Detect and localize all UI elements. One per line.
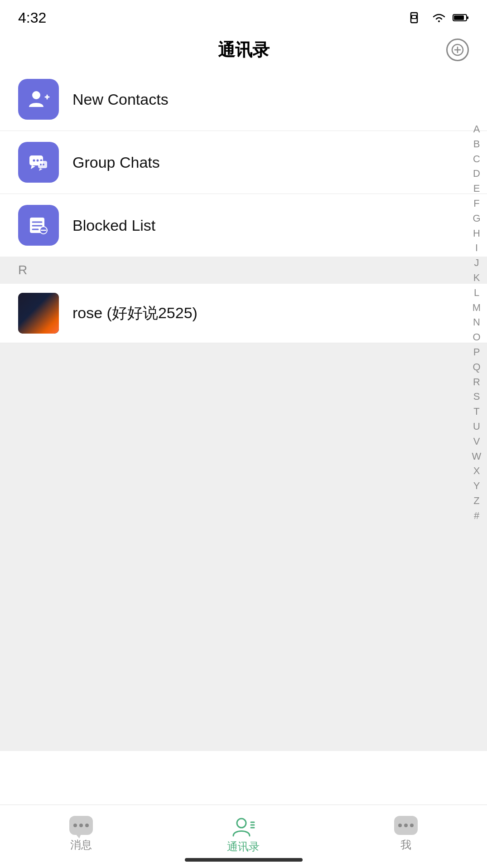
home-indicator xyxy=(185,858,303,862)
dot2 xyxy=(79,824,83,827)
alpha-S[interactable]: S xyxy=(470,390,483,404)
alpha-X[interactable]: X xyxy=(470,464,483,478)
alpha-D[interactable]: D xyxy=(470,167,483,181)
group-chats-label: Group Chats xyxy=(72,154,160,171)
svg-rect-4 xyxy=(467,16,468,19)
new-contacts-icon-wrapper xyxy=(18,79,59,120)
status-icons xyxy=(410,11,469,24)
alpha-C[interactable]: C xyxy=(470,152,483,166)
menu-list: New Contacts Group Chats xyxy=(0,68,487,257)
nav-item-contacts[interactable]: 通讯录 xyxy=(162,812,324,854)
section-header-r: R xyxy=(0,257,487,284)
contacts-label: 通讯录 xyxy=(227,839,260,854)
me-label: 我 xyxy=(400,838,411,852)
alpha-U[interactable]: U xyxy=(470,420,483,434)
alpha-M[interactable]: M xyxy=(470,301,483,315)
alpha-K[interactable]: K xyxy=(470,271,483,285)
alpha-Z[interactable]: Z xyxy=(470,494,483,508)
alpha-F[interactable]: F xyxy=(470,197,483,211)
me-icon xyxy=(394,816,418,835)
menu-item-blocked-list[interactable]: Blocked List xyxy=(0,194,487,257)
me-dot3 xyxy=(410,824,414,827)
alpha-W[interactable]: W xyxy=(470,450,483,464)
contact-name-rose: rose (好好说2525) xyxy=(72,303,198,324)
alphabet-index: A B C D E F G H I J K L M N O P Q R S T … xyxy=(470,122,483,523)
svg-point-16 xyxy=(40,164,42,165)
me-dot1 xyxy=(398,824,402,827)
alpha-G[interactable]: G xyxy=(470,212,483,226)
menu-item-group-chats[interactable]: Group Chats xyxy=(0,131,487,194)
page-title: 通讯录 xyxy=(218,39,270,62)
alpha-hash[interactable]: # xyxy=(470,509,483,523)
new-contacts-label: New Contacts xyxy=(72,91,169,108)
alpha-E[interactable]: E xyxy=(470,182,483,196)
group-chats-icon xyxy=(27,151,50,174)
header: 通讯录 xyxy=(0,32,487,68)
contact-item-rose[interactable]: rose (好好说2525) xyxy=(0,284,487,343)
svg-point-8 xyxy=(32,91,40,99)
contact-avatar-rose xyxy=(18,293,59,334)
wifi-icon xyxy=(431,11,447,24)
add-contact-button[interactable] xyxy=(446,39,469,61)
alpha-T[interactable]: T xyxy=(470,405,483,419)
dot1 xyxy=(73,824,77,827)
alpha-B[interactable]: B xyxy=(470,137,483,151)
svg-rect-1 xyxy=(412,15,416,19)
chat-dots xyxy=(73,824,89,827)
alpha-L[interactable]: L xyxy=(470,286,483,300)
alpha-V[interactable]: V xyxy=(470,435,483,449)
messages-label: 消息 xyxy=(70,838,92,852)
alpha-R[interactable]: R xyxy=(470,375,483,389)
status-bar: 4:32 xyxy=(0,0,487,32)
alpha-O[interactable]: O xyxy=(470,330,483,344)
svg-point-12 xyxy=(33,160,35,162)
empty-area xyxy=(0,343,487,751)
person-add-icon xyxy=(27,88,50,111)
alpha-I[interactable]: I xyxy=(470,241,483,255)
battery-icon xyxy=(453,13,469,22)
status-time: 4:32 xyxy=(18,10,46,26)
blocked-list-icon-wrapper xyxy=(18,205,59,246)
menu-item-new-contacts[interactable]: New Contacts xyxy=(0,68,487,131)
me-chat-dots xyxy=(398,824,414,827)
svg-point-13 xyxy=(37,160,39,162)
alpha-N[interactable]: N xyxy=(470,315,483,330)
me-dot2 xyxy=(404,824,408,827)
blocked-list-label: Blocked List xyxy=(72,217,155,234)
svg-point-17 xyxy=(43,164,44,165)
group-chats-icon-wrapper xyxy=(18,142,59,183)
avatar-image xyxy=(18,293,59,334)
svg-point-24 xyxy=(237,819,246,828)
alpha-A[interactable]: A xyxy=(470,122,483,136)
svg-rect-3 xyxy=(454,15,464,20)
contacts-icon xyxy=(231,816,255,837)
blocked-list-icon xyxy=(27,214,50,237)
alpha-H[interactable]: H xyxy=(470,227,483,241)
nav-item-messages[interactable]: 消息 xyxy=(0,812,162,852)
section-letter-r: R xyxy=(18,263,27,277)
messages-icon xyxy=(69,816,93,835)
dot3 xyxy=(85,824,89,827)
nav-item-me[interactable]: 我 xyxy=(325,812,487,852)
alpha-P[interactable]: P xyxy=(470,345,483,359)
alpha-J[interactable]: J xyxy=(470,256,483,270)
sim-icon xyxy=(410,12,425,24)
alpha-Y[interactable]: Y xyxy=(470,479,483,493)
alpha-Q[interactable]: Q xyxy=(470,360,483,374)
